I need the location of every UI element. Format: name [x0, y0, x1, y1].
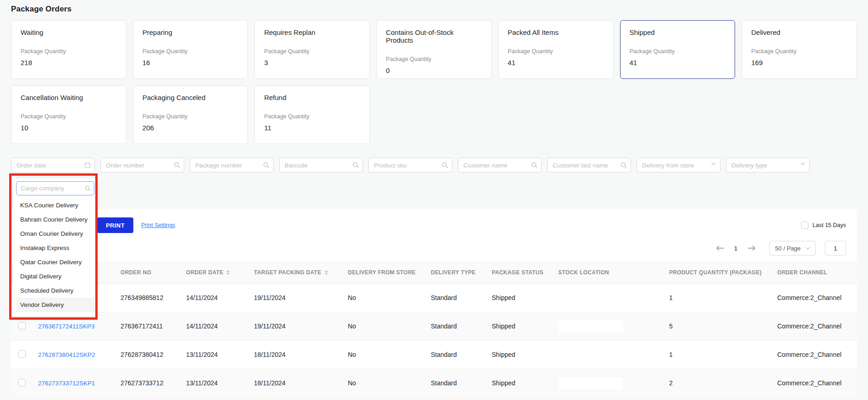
current-page-number[interactable]: 1: [732, 245, 740, 252]
cell-package-status: Shipped: [484, 369, 551, 397]
package-quantity-label: Package Quantity: [143, 48, 239, 55]
dropdown-option-scheduled-delivery[interactable]: Scheduled Delivery: [16, 283, 94, 298]
status-card-requires-replan[interactable]: Requires Replan Package Quantity 3: [254, 20, 370, 79]
status-card-preparing[interactable]: Preparing Package Quantity 16: [133, 20, 248, 79]
dropdown-option-ksa-courier[interactable]: KSA Courier Delivery: [16, 198, 94, 212]
filter-delivery-from-store-wrapper: [637, 158, 720, 172]
status-card-delivered[interactable]: Delivered Package Quantity 169: [742, 20, 857, 79]
package-quantity-label: Package Quantity: [264, 113, 360, 120]
col-header-package-status: PACKAGE STATUS: [484, 261, 551, 283]
package-number-input[interactable]: [190, 158, 274, 172]
cell-stock-location: [551, 312, 662, 340]
status-cards: Waiting Package Quantity 218 Preparing P…: [11, 20, 857, 144]
filter-barcode-wrapper: [279, 158, 363, 172]
package-quantity-label: Package Quantity: [21, 113, 117, 120]
cell-order-no: 276287380412: [113, 340, 179, 369]
cell-target-packing-date: 18/11/2024: [247, 369, 341, 397]
cell-delivery-type: Standard: [423, 283, 484, 312]
redacted-stock-location: [558, 349, 623, 361]
delivery-type-select[interactable]: [726, 158, 810, 172]
filter-package-number-wrapper: [190, 158, 274, 172]
status-card-label: Contains Out-of-Stock Products: [386, 28, 482, 44]
dropdown-option-oman-courier[interactable]: Oman Courier Delivery: [16, 227, 94, 241]
dropdown-option-bahrain-courier[interactable]: Bahrain Courier Delivery: [16, 212, 94, 227]
row-checkbox[interactable]: [18, 350, 26, 358]
last-15-days-label: Last 15 Days: [813, 222, 846, 228]
status-card-waiting[interactable]: Waiting Package Quantity 218: [11, 20, 126, 79]
dropdown-option-digital-delivery[interactable]: Digital Delivery: [16, 269, 94, 283]
cell-stock-location: [551, 340, 662, 369]
col-header-stock-location: STOCK LOCATION: [551, 261, 662, 283]
col-header-order-date[interactable]: ORDER DATE: [179, 261, 247, 283]
col-header-order-channel: ORDER CHANNEL: [770, 261, 857, 283]
dropdown-option-instaleap-express[interactable]: Instaleap Express: [16, 241, 94, 255]
package-orders-page: Package Orders Waiting Package Quantity …: [0, 0, 868, 400]
status-card-label: Cancellation Waiting: [21, 94, 117, 101]
delivery-from-store-select[interactable]: [637, 158, 720, 172]
print-settings-link[interactable]: Print Settings: [141, 222, 175, 228]
search-icon: [621, 162, 627, 168]
status-card-packaging-canceled[interactable]: Packaging Canceled Package Quantity 206: [133, 85, 248, 144]
cell-delivery-from-store: No: [341, 369, 423, 397]
barcode-input[interactable]: [279, 158, 363, 172]
sort-icon[interactable]: [226, 270, 230, 275]
redacted-stock-location: [558, 292, 623, 304]
filter-customer-name-wrapper: [458, 158, 542, 172]
row-checkbox[interactable]: [18, 322, 26, 329]
page-size-select[interactable]: 50 / Page: [769, 241, 816, 256]
cell-order-date: 14/11/2024: [179, 283, 247, 312]
toolbar: PRINT Print Settings Last 15 Days: [11, 209, 857, 233]
page-title: Package Orders: [11, 5, 857, 14]
previous-page-button[interactable]: [714, 244, 726, 253]
dropdown-option-qatar-courier[interactable]: Qatar Courier Delivery: [16, 255, 94, 269]
page-size-value: 50 / Page: [775, 245, 801, 252]
table-header-row: ORDER NO ORDER DATE TARGET PACKING DATE: [11, 261, 857, 283]
chevron-down-icon: [800, 162, 806, 166]
filter-customer-last-name-wrapper: [547, 158, 631, 172]
status-card-out-of-stock[interactable]: Contains Out-of-Stock Products Package Q…: [376, 20, 492, 79]
cell-delivery-type: Standard: [423, 312, 484, 340]
status-card-packed-all-items[interactable]: Packed All Items Package Quantity 41: [498, 20, 614, 79]
customer-name-input[interactable]: [458, 158, 542, 172]
package-quantity-label: Package Quantity: [264, 48, 360, 55]
print-button[interactable]: PRINT: [97, 217, 133, 233]
package-no-link[interactable]: 276367172411SKP3: [38, 323, 95, 330]
cell-order-channel: Commerce:2_Channel: [770, 312, 857, 340]
status-card-cancellation-waiting[interactable]: Cancellation Waiting Package Quantity 10: [11, 85, 126, 144]
order-date-input[interactable]: [11, 158, 95, 172]
cargo-company-dropdown: KSA Courier Delivery Bahrain Courier Del…: [13, 178, 97, 317]
cargo-company-search-input[interactable]: [16, 181, 94, 195]
package-quantity-value: 10: [21, 124, 117, 132]
customer-last-name-input[interactable]: [547, 158, 631, 172]
package-quantity-value: 11: [264, 124, 360, 132]
product-sku-input[interactable]: [368, 158, 452, 172]
package-quantity-value: 41: [630, 59, 726, 67]
status-card-refund[interactable]: Refund Package Quantity 11: [254, 85, 370, 144]
search-icon: [442, 162, 448, 168]
cell-stock-location: [551, 283, 662, 312]
package-quantity-label: Package Quantity: [751, 48, 847, 55]
filter-delivery-type-wrapper: [726, 158, 810, 172]
dropdown-option-vendor-delivery[interactable]: Vendor Delivery: [16, 298, 94, 312]
status-card-label: Delivered: [751, 28, 847, 36]
package-no-link[interactable]: 276273733712SKP1: [38, 380, 95, 387]
last-15-days-toggle[interactable]: Last 15 Days: [801, 222, 846, 229]
sort-icon[interactable]: [324, 270, 328, 275]
package-quantity-label: Package Quantity: [143, 113, 239, 120]
package-no-link[interactable]: 276287380412SKP2: [38, 351, 95, 358]
cell-order-channel: Commerce:2_Channel: [770, 283, 857, 312]
order-number-input[interactable]: [100, 158, 184, 172]
row-checkbox[interactable]: [18, 379, 26, 386]
cell-order-date: 13/11/2024: [179, 369, 247, 397]
package-quantity-value: 0: [386, 67, 482, 74]
cell-order-date: 14/11/2024: [179, 312, 247, 340]
page-jump-input[interactable]: [825, 241, 846, 256]
col-header-target-packing-date[interactable]: TARGET PACKING DATE: [247, 261, 341, 283]
last-15-days-checkbox[interactable]: [801, 222, 808, 229]
filter-bar: [11, 158, 857, 172]
cell-product-quantity: 1: [662, 340, 770, 369]
status-card-shipped[interactable]: Shipped Package Quantity 41: [620, 20, 736, 79]
cell-stock-location: [551, 369, 662, 397]
next-page-button[interactable]: [746, 244, 758, 253]
status-card-label: Packed All Items: [508, 28, 604, 36]
